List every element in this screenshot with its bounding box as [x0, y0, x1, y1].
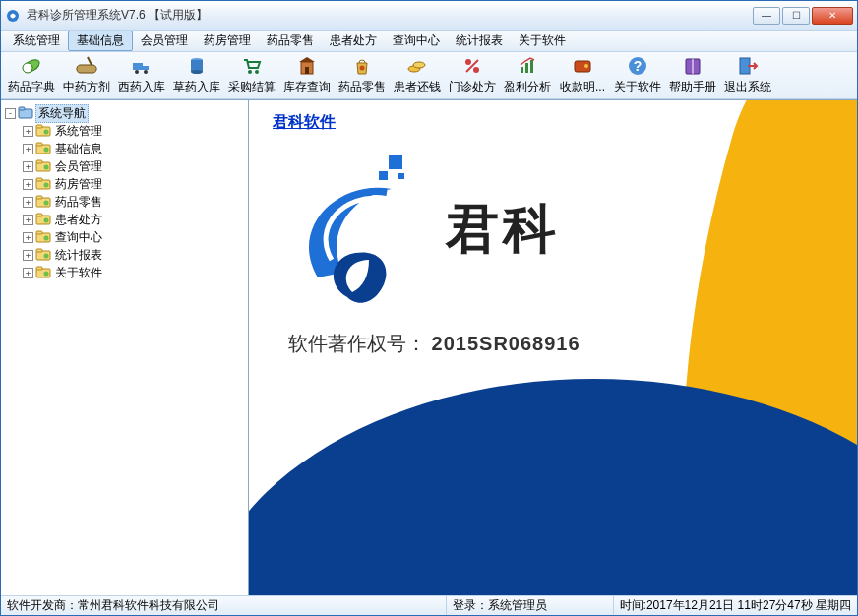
- toolbar-button[interactable]: 药品字典: [5, 54, 58, 97]
- exit-icon: [737, 55, 759, 77]
- toolbar-button[interactable]: ?关于软件: [611, 54, 664, 97]
- minimize-button[interactable]: —: [753, 7, 780, 25]
- svg-rect-63: [398, 173, 404, 179]
- copyright-label: 软件著作权号：: [288, 333, 426, 354]
- toolbar-button[interactable]: 退出系统: [721, 54, 774, 97]
- status-developer: 软件开发商： 常州君科软件科技有限公司: [1, 596, 447, 615]
- menu-item[interactable]: 会员管理: [133, 31, 196, 51]
- toolbar-button[interactable]: 患者还钱: [391, 54, 444, 97]
- tree-node-label[interactable]: 药品零售: [53, 194, 104, 211]
- svg-point-16: [360, 66, 365, 71]
- toolbar-button[interactable]: 门诊处方: [446, 54, 499, 97]
- expand-icon[interactable]: +: [23, 197, 33, 208]
- svg-rect-62: [379, 171, 388, 180]
- svg-point-60: [44, 272, 49, 277]
- close-button[interactable]: ✕: [812, 7, 853, 25]
- toolbar-label: 退出系统: [724, 79, 771, 95]
- tree-node-label[interactable]: 关于软件: [53, 265, 104, 281]
- svg-line-3: [88, 57, 92, 65]
- svg-point-19: [465, 59, 471, 65]
- logo-icon: [298, 150, 426, 310]
- tree-node[interactable]: +会员管理: [23, 157, 244, 175]
- tree-node-label[interactable]: 患者处方: [53, 212, 104, 228]
- svg-text:?: ?: [634, 58, 643, 74]
- menu-item[interactable]: 基础信息: [68, 31, 133, 51]
- svg-rect-35: [36, 125, 42, 128]
- toolbar-button[interactable]: 采购结算: [225, 54, 278, 97]
- svg-point-10: [191, 70, 203, 74]
- toolbar-button[interactable]: 帮助手册: [666, 54, 719, 97]
- folder-icon: [35, 177, 51, 191]
- login-label: 登录：: [453, 597, 488, 614]
- svg-rect-24: [530, 60, 533, 73]
- menu-item[interactable]: 药房管理: [196, 31, 259, 51]
- maximize-button[interactable]: ☐: [782, 7, 810, 25]
- tree-root-label[interactable]: 系统导航: [35, 104, 89, 123]
- expand-icon[interactable]: +: [23, 179, 33, 190]
- app-window: 君科诊所管理系统V7.6 【试用版】 — ☐ ✕ 系统管理基础信息会员管理药房管…: [0, 0, 858, 616]
- expand-icon[interactable]: +: [23, 215, 33, 225]
- expand-icon[interactable]: +: [23, 250, 33, 261]
- svg-point-6: [135, 70, 139, 74]
- truck-icon: [131, 55, 153, 77]
- toolbar-button[interactable]: 药品零售: [336, 54, 389, 97]
- svg-point-39: [44, 148, 49, 153]
- toolbar-button[interactable]: 收款明...: [556, 54, 609, 97]
- tree-node-label[interactable]: 统计报表: [53, 247, 104, 264]
- expand-icon[interactable]: +: [23, 144, 33, 154]
- pill-icon: [21, 55, 42, 77]
- question-icon: ?: [627, 55, 648, 77]
- tree-node[interactable]: +基础信息: [23, 140, 244, 157]
- menu-item[interactable]: 药品零售: [259, 31, 322, 51]
- tree-node[interactable]: +系统管理: [23, 122, 244, 140]
- svg-point-7: [144, 70, 148, 74]
- decor-blue: [249, 379, 857, 595]
- folder-icon: [35, 213, 51, 226]
- svg-point-18: [413, 62, 425, 68]
- toolbar-label: 盈利分析: [504, 79, 551, 95]
- tree-node-label[interactable]: 系统管理: [53, 123, 104, 140]
- toolbar-button[interactable]: 草药入库: [170, 54, 223, 97]
- svg-rect-50: [36, 214, 42, 216]
- tree-node[interactable]: +药房管理: [23, 175, 244, 193]
- svg-rect-59: [36, 267, 42, 270]
- menu-item[interactable]: 系统管理: [5, 31, 68, 51]
- menu-item[interactable]: 查询中心: [385, 31, 448, 51]
- svg-point-45: [44, 183, 49, 188]
- expand-icon[interactable]: +: [23, 232, 33, 243]
- tree-node[interactable]: +统计报表: [23, 246, 244, 264]
- tree-root-node[interactable]: - 系统导航: [5, 104, 244, 122]
- toolbar-label: 关于软件: [614, 79, 661, 95]
- cart-icon: [241, 55, 263, 77]
- tree-node[interactable]: +查询中心: [23, 228, 244, 246]
- menu-item[interactable]: 患者处方: [322, 31, 385, 51]
- statusbar: 软件开发商： 常州君科软件科技有限公司 登录： 系统管理员 时间: 2017年1…: [1, 595, 857, 615]
- menu-item[interactable]: 关于软件: [511, 31, 574, 51]
- titlebar[interactable]: 君科诊所管理系统V7.6 【试用版】 — ☐ ✕: [1, 1, 857, 31]
- tree-node-label[interactable]: 药房管理: [53, 176, 104, 193]
- menu-item[interactable]: 统计报表: [448, 31, 511, 51]
- toolbar: 药品字典中药方剂西药入库草药入库采购结算库存查询药品零售患者还钱门诊处方盈利分析…: [1, 52, 857, 99]
- copyright-code: 2015SR068916: [432, 333, 581, 354]
- toolbar-button[interactable]: 盈利分析: [501, 54, 554, 97]
- tree-node-label[interactable]: 基础信息: [53, 141, 104, 157]
- brand-link[interactable]: 君科软件: [273, 112, 336, 133]
- folder-icon: [35, 195, 51, 209]
- mortar-icon: [76, 55, 97, 77]
- tree-node[interactable]: +关于软件: [23, 264, 244, 281]
- toolbar-button[interactable]: 中药方剂: [60, 54, 113, 97]
- nav-tree: - 系统导航 +系统管理+基础信息+会员管理+药房管理+药品零售+患者处方+查询…: [5, 104, 244, 281]
- book-icon: [682, 55, 704, 77]
- toolbar-button[interactable]: 库存查询: [280, 54, 334, 97]
- tree-node[interactable]: +药品零售: [23, 193, 244, 211]
- collapse-icon[interactable]: -: [5, 108, 16, 119]
- expand-icon[interactable]: +: [23, 126, 33, 137]
- tree-node-label[interactable]: 会员管理: [53, 158, 104, 175]
- svg-point-2: [23, 63, 32, 73]
- tree-node-label[interactable]: 查询中心: [53, 229, 104, 246]
- expand-icon[interactable]: +: [23, 161, 33, 172]
- toolbar-button[interactable]: 西药入库: [115, 54, 168, 97]
- tree-node[interactable]: +患者处方: [23, 211, 244, 228]
- expand-icon[interactable]: +: [23, 268, 33, 278]
- root-folder-icon: [18, 106, 33, 120]
